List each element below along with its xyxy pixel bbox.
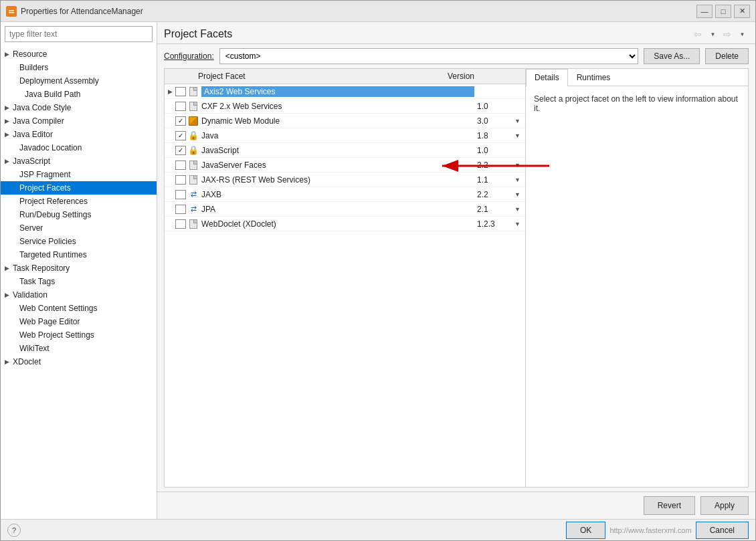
sidebar-item-builders[interactable]: Builders bbox=[1, 61, 157, 74]
facet-name: JavaServer Faces bbox=[201, 160, 474, 170]
facet-icon-page bbox=[188, 101, 199, 112]
facet-checkbox[interactable] bbox=[175, 116, 186, 126]
sidebar-item-xdoclet[interactable]: ▶XDoclet bbox=[1, 355, 157, 368]
back-button[interactable]: ⇦ bbox=[691, 27, 704, 41]
details-panel: Details Runtimes Select a project facet … bbox=[526, 69, 748, 487]
facet-checkbox[interactable] bbox=[175, 160, 186, 170]
sidebar-item-wikitext[interactable]: WikiText bbox=[1, 342, 157, 355]
content-area: ▶ResourceBuildersDeployment AssemblyJava… bbox=[1, 22, 755, 519]
facet-checkbox[interactable] bbox=[175, 205, 186, 214]
sidebar-item-java-editor[interactable]: ▶Java Editor bbox=[1, 128, 157, 141]
forward-button[interactable]: ⇨ bbox=[721, 27, 734, 41]
help-button[interactable]: ? bbox=[7, 524, 21, 537]
filter-input[interactable] bbox=[5, 26, 153, 42]
facet-row[interactable]: CXF 2.x Web Services1.0 bbox=[165, 99, 525, 114]
sidebar-item-javascript[interactable]: ▶JavaScript bbox=[1, 154, 157, 168]
facet-checkbox[interactable] bbox=[175, 219, 186, 229]
facet-row[interactable]: 🔒JavaScript1.0 bbox=[165, 143, 525, 158]
sidebar: ▶ResourceBuildersDeployment AssemblyJava… bbox=[1, 22, 157, 519]
sidebar-item-targeted-runtimes[interactable]: Targeted Runtimes bbox=[1, 248, 157, 261]
watermark: http://www.fasterxml.com bbox=[609, 526, 691, 534]
facet-row[interactable]: JAX-RS (REST Web Services)1.1▼ bbox=[165, 173, 525, 187]
facet-version-dropdown[interactable]: ▼ bbox=[514, 191, 525, 198]
facet-name: WebDoclet (XDoclet) bbox=[201, 219, 474, 229]
close-button[interactable]: ✕ bbox=[734, 5, 750, 18]
sidebar-item-label: JavaScript bbox=[13, 156, 50, 166]
svg-rect-0 bbox=[7, 7, 15, 15]
config-select[interactable]: <custom> bbox=[219, 48, 639, 64]
sidebar-item-label: Task Tags bbox=[19, 277, 55, 286]
sidebar-item-label: Java Code Style bbox=[13, 103, 71, 112]
facet-version-dropdown[interactable]: ▼ bbox=[514, 132, 525, 139]
svg-rect-2 bbox=[9, 12, 14, 13]
sidebar-item-resource[interactable]: ▶Resource bbox=[1, 47, 157, 61]
ok-button[interactable]: OK bbox=[566, 522, 605, 539]
facet-row[interactable]: ⇄JAXB2.2▼ bbox=[165, 187, 525, 202]
apply-button[interactable]: Apply bbox=[700, 496, 749, 515]
facet-row[interactable]: Dynamic Web Module3.0▼ bbox=[165, 114, 525, 128]
sidebar-item-label: Web Content Settings bbox=[19, 304, 98, 313]
sidebar-item-web-project-settings[interactable]: Web Project Settings bbox=[1, 328, 157, 342]
revert-button[interactable]: Revert bbox=[644, 496, 695, 515]
facet-row[interactable]: 🔒Java1.8▼ bbox=[165, 128, 525, 143]
facet-row[interactable]: JavaServer Faces2.2▼ bbox=[165, 158, 525, 173]
sidebar-item-java-build-path[interactable]: Java Build Path bbox=[1, 88, 157, 101]
delete-button[interactable]: Delete bbox=[705, 48, 749, 64]
window-controls: — □ ✕ bbox=[696, 5, 750, 18]
facet-icon-page bbox=[188, 219, 199, 229]
chevron-icon: ▶ bbox=[5, 358, 11, 365]
sidebar-item-project-facets[interactable]: Project Facets bbox=[1, 181, 157, 195]
tab-runtimes[interactable]: Runtimes bbox=[568, 69, 620, 86]
save-as-button[interactable]: Save As... bbox=[644, 48, 700, 64]
facet-checkbox[interactable] bbox=[175, 146, 186, 155]
facet-version-dropdown[interactable]: ▼ bbox=[514, 162, 525, 169]
sidebar-item-java-compiler[interactable]: ▶Java Compiler bbox=[1, 114, 157, 128]
panel-header: Project Facets ⇦ ⇨ bbox=[157, 22, 755, 44]
facet-row[interactable]: WebDoclet (XDoclet)1.2.3▼ bbox=[165, 217, 525, 231]
cancel-button[interactable]: Cancel bbox=[696, 522, 749, 539]
facet-version-dropdown[interactable]: ▼ bbox=[514, 221, 525, 227]
facet-version-dropdown[interactable]: ▼ bbox=[514, 206, 525, 213]
sidebar-item-web-content-settings[interactable]: Web Content Settings bbox=[1, 302, 157, 315]
sidebar-item-label: Web Project Settings bbox=[19, 330, 94, 340]
facet-version-dropdown[interactable]: ▼ bbox=[514, 118, 525, 124]
sidebar-item-javadoc-location[interactable]: Javadoc Location bbox=[1, 141, 157, 154]
facet-expand-icon: ▶ bbox=[165, 88, 175, 95]
chevron-icon: ▶ bbox=[5, 104, 11, 111]
sidebar-item-project-references[interactable]: Project References bbox=[1, 195, 157, 208]
tab-details[interactable]: Details bbox=[526, 69, 568, 86]
facet-checkbox[interactable] bbox=[175, 190, 186, 199]
sidebar-item-task-repository[interactable]: ▶Task Repository bbox=[1, 261, 157, 275]
sidebar-item-service-policies[interactable]: Service Policies bbox=[1, 235, 157, 248]
bottom-buttons: Revert Apply bbox=[157, 492, 755, 519]
facet-checkbox[interactable] bbox=[175, 87, 186, 96]
facet-row[interactable]: ▶Axis2 Web Services bbox=[165, 84, 525, 99]
facet-checkbox[interactable] bbox=[175, 131, 186, 140]
sidebar-item-server[interactable]: Server bbox=[1, 221, 157, 235]
maximize-button[interactable]: □ bbox=[715, 5, 731, 18]
facet-version-dropdown[interactable]: ▼ bbox=[514, 177, 525, 183]
sidebar-item-web-page-editor[interactable]: Web Page Editor bbox=[1, 315, 157, 328]
sidebar-item-task-tags[interactable]: Task Tags bbox=[1, 275, 157, 288]
facet-name: JAX-RS (REST Web Services) bbox=[201, 175, 474, 185]
facet-row[interactable]: ⇄JPA2.1▼ bbox=[165, 202, 525, 217]
column-project-facet: Project Facet bbox=[165, 72, 445, 81]
facet-name: JAXB bbox=[201, 190, 474, 199]
panel-toolbar: ⇦ ⇨ bbox=[691, 27, 749, 41]
facet-icon-lock: 🔒 bbox=[188, 130, 199, 141]
minimize-button[interactable]: — bbox=[696, 5, 713, 18]
chevron-icon: ▶ bbox=[5, 158, 11, 165]
sidebar-item-java-code-style[interactable]: ▶Java Code Style bbox=[1, 101, 157, 114]
back-dropdown-button[interactable] bbox=[706, 27, 719, 41]
forward-dropdown-button[interactable] bbox=[735, 27, 749, 41]
sidebar-item-jsp-fragment[interactable]: JSP Fragment bbox=[1, 168, 157, 181]
facet-icon-arrows: ⇄ bbox=[188, 189, 199, 200]
footer-right: OK http://www.fasterxml.com Cancel bbox=[566, 522, 749, 539]
sidebar-item-label: Project References bbox=[19, 197, 88, 206]
sidebar-item-label: Java Compiler bbox=[13, 116, 64, 126]
facet-checkbox[interactable] bbox=[175, 102, 186, 111]
sidebar-item-run-debug-settings[interactable]: Run/Debug Settings bbox=[1, 208, 157, 221]
sidebar-item-validation[interactable]: ▶Validation bbox=[1, 288, 157, 302]
facet-checkbox[interactable] bbox=[175, 175, 186, 185]
sidebar-item-deployment-assembly[interactable]: Deployment Assembly bbox=[1, 74, 157, 88]
